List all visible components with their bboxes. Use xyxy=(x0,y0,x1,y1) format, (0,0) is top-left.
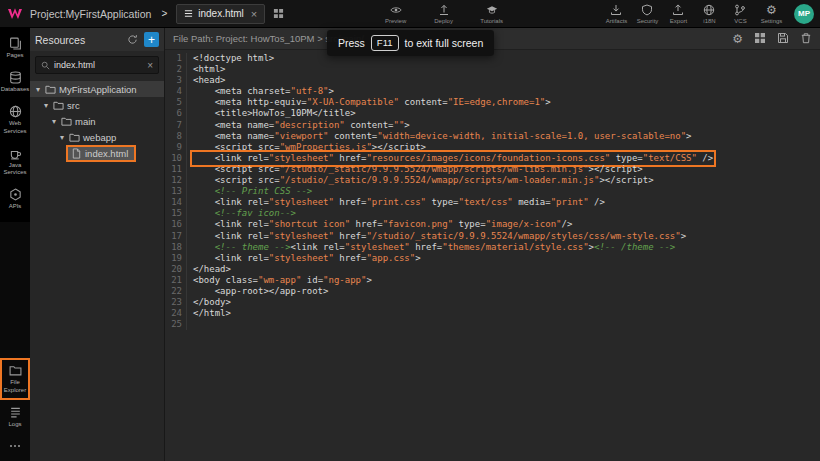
user-avatar[interactable]: MP xyxy=(794,4,814,24)
chevron-down-icon: ▾ xyxy=(34,85,42,94)
settings-button[interactable]: ⚙ Settings xyxy=(758,4,785,24)
line-number: 24 xyxy=(165,308,187,319)
resources-search[interactable]: × xyxy=(35,56,159,74)
split-view-button[interactable] xyxy=(273,8,284,19)
sidebar-item-label: Pages xyxy=(6,52,23,59)
code-line[interactable]: 17 <link rel="stylesheet" href="/studio/… xyxy=(165,231,820,242)
line-number: 22 xyxy=(165,286,187,297)
activity-bar-top-group: Pages Databases Web Se xyxy=(0,28,30,222)
deploy-button[interactable]: Deploy xyxy=(426,4,462,24)
editor-layout-button[interactable] xyxy=(754,32,766,46)
code-line[interactable]: 19 <link rel="stylesheet" href="app.css"… xyxy=(165,253,820,264)
line-number: 16 xyxy=(165,219,187,230)
selected-file-chip[interactable]: index.html xyxy=(66,145,136,162)
sidebar-item-label: Databases xyxy=(1,86,30,93)
code-text: <link rel="stylesheet" href="print.css" … xyxy=(193,197,605,208)
code-text: <html> xyxy=(193,64,226,75)
tree-item-myfirstapplication[interactable]: ▾ MyFirstApplication xyxy=(30,81,164,97)
activity-bar-bottom-group: File Explorer Logs xyxy=(0,358,30,461)
wavemaker-logo[interactable] xyxy=(0,0,30,28)
code-line[interactable]: 7 <meta name="description" content=""> xyxy=(165,120,820,131)
add-resource-button[interactable]: + xyxy=(144,32,159,47)
code-line[interactable]: 23</body> xyxy=(165,297,820,308)
line-number: 9 xyxy=(165,142,187,153)
code-line[interactable]: 15 <!--fav icon--> xyxy=(165,208,820,219)
delete-button[interactable] xyxy=(800,32,812,46)
line-number: 21 xyxy=(165,275,187,286)
tab-index-html[interactable]: index.html × xyxy=(176,4,265,24)
line-number: 20 xyxy=(165,264,187,275)
sidebar-item-logs[interactable]: Logs xyxy=(0,400,30,434)
code-line[interactable]: 9 <script src="wmProperties.js"></script… xyxy=(165,142,820,153)
code-line[interactable]: 5 <meta http-equiv="X-UA-Compatible" con… xyxy=(165,97,820,108)
tree-item-src[interactable]: ▾ src xyxy=(30,97,164,113)
sidebar-more-button[interactable] xyxy=(0,434,30,458)
clear-search-icon[interactable]: × xyxy=(147,60,153,71)
tree-item-webapp[interactable]: ▾ webapp xyxy=(30,129,164,145)
preview-button[interactable]: Preview xyxy=(378,4,414,24)
i18n-button[interactable]: i18N xyxy=(696,4,723,24)
code-line[interactable]: 22 <app-root></app-root> xyxy=(165,286,820,297)
floppy-save-icon xyxy=(777,32,789,44)
code-line[interactable]: 3<head> xyxy=(165,75,820,86)
code-line[interactable]: 11 <script src="/studio/_static/9.9.9.55… xyxy=(165,164,820,175)
code-line[interactable]: 16 <link rel="shortcut icon" href="favic… xyxy=(165,219,820,230)
log-lines-icon xyxy=(9,406,22,419)
code-text: <script src="wmProperties.js"></script> xyxy=(193,142,426,153)
tree-item-label: index.html xyxy=(85,148,128,159)
hexagon-icon xyxy=(9,188,22,201)
code-line[interactable]: 4 <meta charset="utf-8"> xyxy=(165,86,820,97)
code-line[interactable]: 12 <script src="/studio/_static/9.9.9.55… xyxy=(165,175,820,186)
code-line[interactable]: 21<body class="wm-app" id="ng-app"> xyxy=(165,275,820,286)
tree-item-main[interactable]: ▾ main xyxy=(30,113,164,129)
tree-item-index-html[interactable]: index.html xyxy=(30,145,164,161)
resources-title: Resources xyxy=(35,34,121,46)
search-input[interactable] xyxy=(54,60,143,70)
code-text: <head> xyxy=(193,75,226,86)
close-icon[interactable]: × xyxy=(251,8,257,20)
plus-icon: + xyxy=(148,34,155,46)
export-button[interactable]: Export xyxy=(665,4,692,24)
code-line[interactable]: 2<html> xyxy=(165,64,820,75)
code-line[interactable]: 6 <title>HowTos_10PM</title> xyxy=(165,108,820,119)
code-text: <meta name="viewport" content="width=dev… xyxy=(193,131,692,142)
code-line[interactable]: 8 <meta name="viewport" content="width=d… xyxy=(165,131,820,142)
artifacts-button[interactable]: Artifacts xyxy=(603,4,630,24)
code-line[interactable]: 18 <!-- theme --><link rel="stylesheet" … xyxy=(165,242,820,253)
sidebar-item-label: Logs xyxy=(8,421,21,428)
line-number: 13 xyxy=(165,186,187,197)
code-line[interactable]: 14 <link rel="stylesheet" href="print.cs… xyxy=(165,197,820,208)
code-editor[interactable]: 1<!doctype html>2<html>3<head>4 <meta ch… xyxy=(165,50,820,461)
breadcrumb: > xyxy=(161,8,167,19)
save-button[interactable] xyxy=(777,32,789,46)
tutorials-button[interactable]: Tutorials xyxy=(474,4,510,24)
code-text: <link rel="stylesheet" href="/studio/_st… xyxy=(193,231,686,242)
file-tree: ▾ MyFirstApplication ▾ src ▾ xyxy=(30,81,164,161)
sidebar-item-file-explorer[interactable]: File Explorer xyxy=(0,358,30,399)
line-number: 4 xyxy=(165,86,187,97)
code-line[interactable]: 20</head> xyxy=(165,264,820,275)
code-text: <body class="wm-app" id="ng-app"> xyxy=(193,275,372,286)
security-button[interactable]: Security xyxy=(634,4,661,24)
refresh-button[interactable] xyxy=(127,34,138,45)
sidebar-item-web-services[interactable]: Web Services xyxy=(0,99,30,140)
code-text: <link rel="shortcut icon" href="favicon.… xyxy=(193,219,572,230)
editor-settings-button[interactable]: ⚙ xyxy=(732,33,743,45)
vcs-button[interactable]: VCS xyxy=(727,4,754,24)
sidebar-item-java-services[interactable]: Java Services xyxy=(0,141,30,182)
action-label: i18N xyxy=(703,18,715,24)
code-line[interactable]: 10 <link rel="stylesheet" href="resource… xyxy=(165,153,820,164)
pages-icon xyxy=(9,37,22,50)
sidebar-item-databases[interactable]: Databases xyxy=(0,65,30,99)
code-text: <!-- Print CSS --> xyxy=(193,186,312,197)
sidebar-item-apis[interactable]: APIs xyxy=(0,182,30,216)
action-label: Settings xyxy=(761,18,783,24)
code-line[interactable]: 25 xyxy=(165,319,820,330)
chevron-down-icon: ▾ xyxy=(58,133,66,142)
code-line[interactable]: 13 <!-- Print CSS --> xyxy=(165,186,820,197)
sidebar-item-pages[interactable]: Pages xyxy=(0,31,30,65)
code-line[interactable]: 24</html> xyxy=(165,308,820,319)
line-number: 11 xyxy=(165,164,187,175)
code-text: <title>HowTos_10PM</title> xyxy=(193,108,356,119)
database-icon xyxy=(9,71,22,84)
